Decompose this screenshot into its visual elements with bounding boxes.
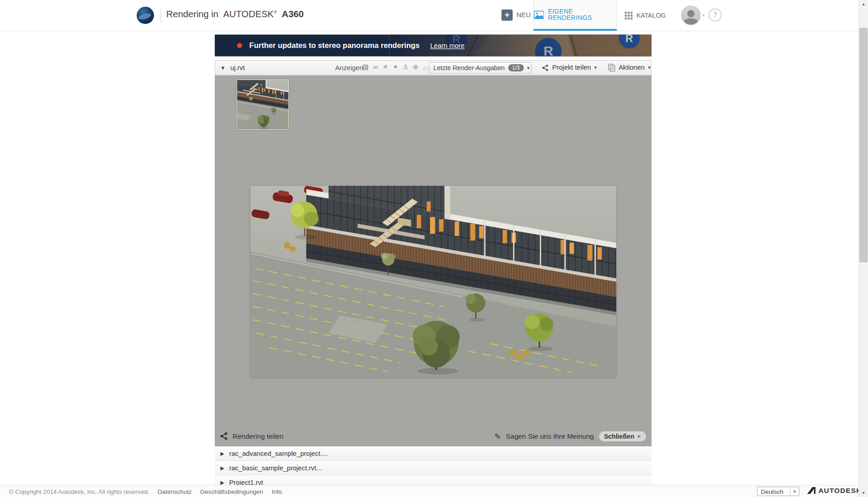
actions-label: Aktionen — [618, 64, 645, 71]
triangle-right-icon: ▶ — [220, 451, 224, 456]
banner-message: Further updates to stereo panorama rende… — [250, 41, 420, 50]
chevron-down-icon: ▾ — [648, 65, 651, 70]
chevron-down-icon: ▾ — [793, 489, 796, 494]
triangle-down-icon: ▼ — [220, 65, 225, 71]
render-outputs-dropdown[interactable]: Letzte Render-Ausgaben 1/3 ▾ — [429, 62, 532, 74]
feedback-link[interactable]: Sagen Sie uns Ihre Meinung — [506, 432, 594, 440]
learn-more-link[interactable]: Learn more — [430, 42, 465, 49]
avatar — [681, 5, 701, 25]
triangle-right-icon: ▶ — [220, 465, 224, 471]
project-row[interactable]: ▶ rac_advanced_sample_project.... — [215, 446, 651, 461]
render-outputs-label: Letzte Render-Ausgaben — [434, 65, 505, 71]
feedback-group: ✎ Sagen Sie uns Ihre Meinung Schließen × — [494, 431, 646, 441]
document-actions-icon — [608, 64, 615, 71]
share-project-dropdown[interactable]: Projekt teilen ▾ — [542, 64, 597, 71]
tab-my-renderings[interactable]: EIGENE RENDERINGS — [533, 0, 617, 31]
language-select[interactable]: Deutsch ▾ — [757, 487, 799, 496]
header-divider — [160, 8, 161, 23]
plus-icon: + — [501, 9, 513, 21]
render-count-badge: 1/3 — [508, 64, 524, 71]
close-button[interactable]: Schließen × — [599, 431, 646, 441]
autodesk-brand: AUTODESK — [807, 487, 862, 494]
share-rendering-button[interactable]: Rendering teilen — [220, 432, 283, 440]
share-icon — [542, 64, 549, 71]
effects-icon[interactable]: ✦ — [392, 63, 399, 71]
new-rendering-button[interactable]: + NEU — [501, 9, 531, 21]
announcement-banner: R R R Further updates to stereo panorama… — [215, 35, 651, 57]
project-row-label: rac_advanced_sample_project.... — [229, 450, 328, 458]
title-product: A360 — [282, 9, 304, 19]
scroll-down-arrow-icon[interactable]: ▼ — [859, 489, 868, 497]
share-rendering-label: Rendering teilen — [233, 432, 283, 440]
select-caret-box: ▾ — [790, 487, 799, 496]
footer-links: © Copyright 2014 Autodesk, Inc. All righ… — [9, 485, 282, 497]
sun-path-icon[interactable]: ☀ — [382, 63, 389, 71]
actions-dropdown[interactable]: Aktionen ▾ — [608, 64, 651, 71]
display-toggle-group: ▤ ∞ ☀ ✦ ♙ ⊕ ⌓ — [362, 63, 430, 71]
file-collapse-toggle[interactable]: ▼ uj.rvt — [220, 61, 245, 75]
new-button-label: NEU — [517, 11, 531, 19]
terms-link[interactable]: Geschäftsbedingungen — [200, 488, 264, 495]
close-icon: × — [637, 432, 641, 440]
browser-viewport: Rendering in AUTODESK® A360 + NEU EIGENE… — [0, 0, 868, 497]
app-footer: © Copyright 2014 Autodesk, Inc. All righ… — [0, 485, 868, 497]
close-button-label: Schließen — [604, 433, 634, 440]
feedback-pencil-icon: ✎ — [494, 432, 500, 441]
scrollbar[interactable]: ▲ ▼ — [859, 0, 868, 497]
project-row[interactable]: ▶ rac_basic_sample_project.rvt... — [215, 461, 651, 475]
tab-catalog-label: KATALOG — [637, 12, 666, 19]
render-thumbnail[interactable] — [236, 79, 289, 130]
alert-dot-icon — [237, 43, 242, 48]
app-header: Rendering in AUTODESK® A360 + NEU EIGENE… — [0, 0, 868, 31]
project-row-label: rac_basic_sample_project.rvt... — [229, 464, 322, 472]
globe-icon[interactable]: ⊕ — [412, 63, 420, 71]
tab-catalog[interactable]: KATALOG — [625, 0, 666, 31]
render-stage: Rendering teilen ✎ Sagen Sie uns Ihre Me… — [215, 76, 651, 447]
autodesk-logo-icon — [807, 487, 816, 494]
chevron-down-icon: ▾ — [527, 65, 530, 71]
picture-icon — [534, 10, 544, 19]
render-image[interactable] — [250, 186, 616, 377]
stereo-glasses-icon[interactable]: ∞ — [372, 63, 379, 71]
display-image-icon[interactable]: ▤ — [362, 63, 369, 71]
language-selected: Deutsch — [758, 488, 790, 495]
autodesk-brand-text: AUTODESK — [818, 487, 862, 494]
copyright-text: © Copyright 2014 Autodesk, Inc. All righ… — [9, 488, 149, 495]
scroll-up-arrow-icon[interactable]: ▲ — [859, 0, 868, 9]
grid-icon — [625, 11, 632, 19]
share-icon — [220, 432, 228, 440]
title-prefix: Rendering in — [166, 9, 218, 19]
user-menu[interactable]: ▾ — [681, 5, 705, 25]
privacy-link[interactable]: Datenschutz — [158, 488, 192, 495]
chevron-down-icon: ▾ — [702, 13, 704, 18]
scrollbar-thumb[interactable] — [859, 28, 867, 262]
render-toolbar: ▼ uj.rvt Anzeigen ▤ ∞ ☀ ✦ ♙ ⊕ ⌓ Letzte R… — [215, 60, 651, 75]
render-thumbnail-image — [237, 80, 288, 129]
display-label: Anzeigen — [335, 64, 363, 72]
info-link[interactable]: Info — [272, 488, 282, 495]
file-name: uj.rvt — [231, 64, 245, 71]
chevron-down-icon: ▾ — [594, 65, 597, 70]
page-title: Rendering in AUTODESK® A360 — [166, 9, 304, 19]
a360-logo-icon[interactable] — [137, 7, 154, 24]
share-project-label: Projekt teilen — [552, 64, 591, 71]
help-button[interactable]: ? — [708, 9, 722, 22]
title-brand: AUTODESK — [223, 9, 274, 19]
panorama-icon[interactable]: ⌓ — [422, 63, 429, 71]
walkthrough-icon[interactable]: ♙ — [401, 63, 409, 71]
banner-content: Further updates to stereo panorama rende… — [215, 35, 651, 57]
registered-mark: ® — [274, 10, 277, 15]
tab-my-renderings-label: EIGENE RENDERINGS — [548, 8, 616, 21]
